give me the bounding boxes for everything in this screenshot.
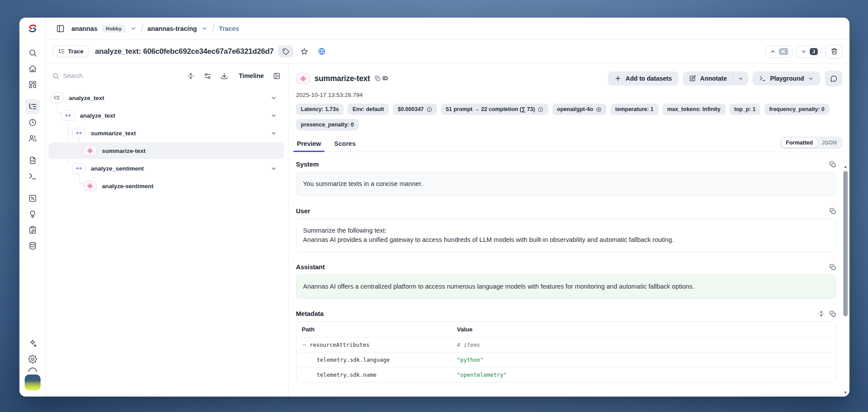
comments-button[interactable] — [825, 71, 842, 86]
timeline-toggle[interactable]: Timeline — [239, 72, 264, 79]
annotation-clipboard-icon[interactable] — [25, 223, 40, 238]
copy-icon[interactable] — [829, 310, 836, 317]
delete-trace-button[interactable] — [826, 45, 842, 59]
chevron-down-icon — [801, 48, 807, 55]
scroll-up-arrow-icon[interactable]: ▲ — [844, 164, 848, 169]
format-json-option[interactable]: JSON — [817, 138, 841, 148]
span-icon — [72, 163, 86, 174]
system-message: You summarize texts in a concise manner. — [296, 172, 836, 196]
upgrade-sparkles-icon[interactable] — [25, 336, 40, 351]
search-input[interactable] — [63, 72, 180, 79]
keycap-j: J — [810, 48, 818, 55]
prompts-file-code-icon[interactable] — [25, 153, 40, 168]
next-trace-button[interactable]: J — [796, 45, 822, 58]
max-tokens-badge: max_tokens: Infinity — [662, 104, 726, 115]
tree-row-analyze-text-span[interactable]: analyze_text — [46, 107, 288, 124]
breadcrumb-bar: anannas Hobby / anannas-tracing / Traces — [46, 18, 849, 40]
add-to-datasets-button[interactable]: Add to datasets — [608, 71, 678, 85]
view-settings-icon[interactable] — [201, 69, 214, 82]
model-badge[interactable]: openai/gpt-4o — [552, 104, 606, 115]
user-message: Summarize the following text: Anannas AI… — [296, 219, 836, 252]
trace-tree-icon — [58, 48, 65, 55]
chevron-down-icon[interactable] — [270, 130, 277, 137]
breadcrumb-org[interactable]: anannas — [71, 25, 97, 32]
tree-row-summarize-text-span[interactable]: summarize_text — [46, 124, 288, 142]
tag-icon[interactable] — [278, 45, 293, 58]
scrollbar-thumb[interactable] — [843, 171, 848, 316]
scroll-down-arrow-icon[interactable]: ▼ — [844, 390, 848, 395]
tab-preview[interactable]: Preview — [296, 137, 322, 152]
sessions-clock-icon[interactable] — [25, 115, 40, 130]
copy-icon[interactable] — [829, 264, 836, 271]
dashboard-icon[interactable] — [25, 77, 40, 92]
cost-badge[interactable]: $0.000347 — [393, 104, 437, 115]
observation-title: summarize-text — [314, 74, 370, 83]
users-icon[interactable] — [25, 131, 40, 146]
collapsed-icon-arc — [28, 367, 37, 372]
expand-rows-icon[interactable] — [818, 310, 825, 317]
observation-timestamp: 2025-10-17 13:53:28.794 — [289, 92, 849, 98]
format-formatted-option[interactable]: Formatted — [782, 138, 817, 148]
breadcrumb-project[interactable]: anannas-tracing — [147, 25, 197, 32]
trace-title: analyze_text: 606c0febc692ce34ec67a7e632… — [95, 47, 273, 56]
home-icon[interactable] — [25, 61, 40, 76]
system-section-label: System — [296, 161, 319, 168]
column-path: Path — [296, 322, 452, 337]
trash-icon — [831, 48, 838, 55]
settings-gear-icon[interactable] — [25, 352, 40, 367]
chevron-down-icon[interactable] — [270, 112, 277, 119]
prev-trace-button[interactable]: K — [765, 45, 792, 58]
project-chevron-down-icon[interactable] — [201, 25, 208, 32]
playground-terminal-icon[interactable] — [25, 169, 40, 184]
download-icon[interactable] — [217, 69, 231, 82]
copy-icon[interactable] — [829, 161, 836, 168]
chevron-down-icon[interactable] — [270, 165, 277, 172]
top-p-badge: top_p: 1 — [730, 104, 761, 115]
column-value: Value — [452, 322, 836, 337]
keycap-k: K — [779, 48, 788, 55]
scrollbar-track[interactable] — [842, 169, 849, 390]
trace-title-bar: Trace analyze_text: 606c0febc692ce34ec67… — [46, 40, 849, 63]
collapse-panel-icon[interactable] — [270, 69, 283, 82]
annotate-button[interactable]: Annotate — [683, 71, 733, 85]
plus-icon — [614, 75, 621, 82]
frequency-penalty-badge: frequency_penalty: 0 — [764, 104, 829, 115]
copy-icon[interactable] — [829, 208, 836, 215]
star-icon[interactable] — [298, 45, 311, 58]
chevron-down-icon[interactable] — [270, 95, 277, 101]
evaluation-percent-icon[interactable] — [25, 191, 40, 206]
generation-icon — [83, 145, 97, 156]
breadcrumb-divider: / — [212, 23, 214, 34]
tree-toolbar: Timeline — [46, 66, 288, 85]
breadcrumb-section[interactable]: Traces — [219, 25, 239, 32]
public-globe-icon[interactable] — [315, 45, 329, 58]
user-avatar[interactable] — [25, 375, 41, 390]
tree-row-summarize-text-generation[interactable]: summarize-text — [46, 142, 288, 160]
token-usage-badge[interactable]: 51 prompt → 22 completion (∑ 73) — [441, 104, 548, 115]
tab-scores[interactable]: Scores — [333, 137, 356, 152]
trace-tree-panel: Timeline analyze_text — [46, 63, 289, 397]
vertical-scrollbar[interactable]: ▲ ▼ — [842, 164, 849, 395]
tree-row-analyze-sentiment-span[interactable]: analyze_sentiment — [46, 160, 288, 177]
tree-row-analyze-text-root[interactable]: analyze_text — [46, 89, 288, 107]
observation-detail-panel: summarize-text ID Add to datasets — [289, 63, 849, 397]
datasets-database-icon[interactable] — [25, 238, 40, 253]
annotate-dropdown-chevron-icon[interactable] — [733, 71, 748, 85]
metadata-table: Path Value resourceAttributes 4 items te… — [296, 321, 836, 382]
copy-id-button[interactable]: ID — [374, 75, 388, 82]
chevron-down-icon — [808, 76, 814, 82]
chevron-down-icon[interactable] — [302, 342, 307, 348]
info-icon — [538, 107, 543, 112]
circle-plus-icon — [596, 107, 602, 112]
desktop-background: { "chrome": { "breadcrumb": { "org": "an… — [0, 0, 868, 412]
insights-lightbulb-icon[interactable] — [25, 207, 40, 222]
collapse-all-icon[interactable] — [184, 69, 197, 82]
metadata-row-group[interactable]: resourceAttributes 4 items — [296, 337, 836, 352]
sidebar-toggle-icon[interactable] — [54, 22, 67, 35]
playground-button[interactable]: Playground — [752, 71, 820, 85]
tree-row-analyze-sentiment-generation[interactable]: analyze-sentiment — [46, 177, 288, 195]
tracing-icon[interactable] — [25, 99, 40, 114]
search-icon[interactable] — [25, 45, 40, 60]
detail-scroll-content: System You summarize texts in a concise … — [289, 152, 849, 397]
org-chevron-down-icon[interactable] — [130, 25, 137, 32]
